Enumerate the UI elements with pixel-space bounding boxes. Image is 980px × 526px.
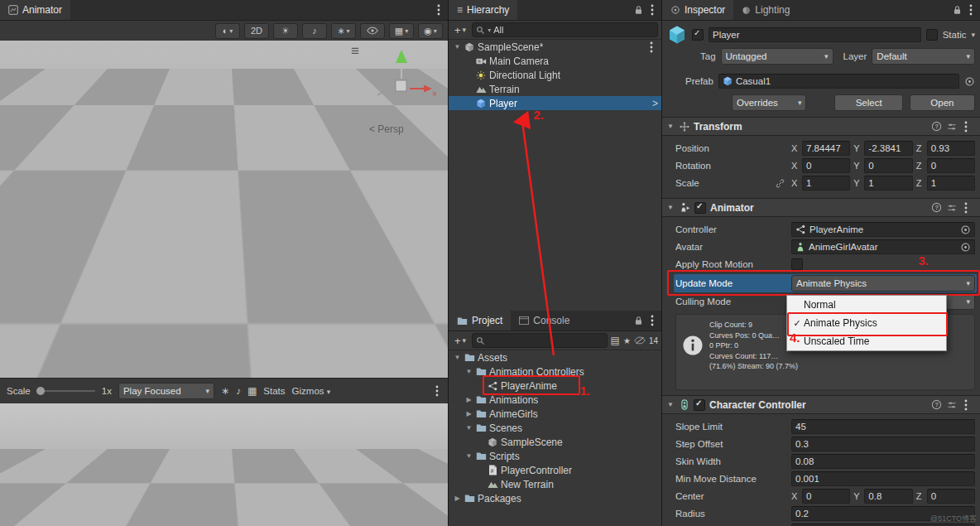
character-controller-header[interactable]: ▼ Character Controller ? xyxy=(662,395,980,414)
animator-enabled-checkbox[interactable] xyxy=(694,202,706,214)
effects-dropdown[interactable]: ∗▾ xyxy=(331,23,356,39)
foldout-icon[interactable]: ▼ xyxy=(667,204,675,211)
help-icon[interactable]: ? xyxy=(931,202,942,213)
static-checkbox[interactable] xyxy=(926,29,938,41)
help-icon[interactable]: ? xyxy=(931,121,942,132)
tree-item-animations[interactable]: ▶Animations xyxy=(449,393,661,407)
value-field[interactable]: 0.08 xyxy=(791,454,975,469)
project-kebab-icon[interactable] xyxy=(648,315,656,326)
scene-tab-kebab-icon[interactable] xyxy=(435,4,443,16)
tree-item-playercontroller[interactable]: #PlayerController xyxy=(449,463,661,477)
number-field-x[interactable]: 1 xyxy=(802,176,850,191)
lighting-toggle-button[interactable]: ☀ xyxy=(273,23,298,39)
prefab-open-button[interactable]: Open xyxy=(910,94,975,111)
tree-item-playeranime[interactable]: PlayerAnime xyxy=(449,379,661,393)
lock-icon[interactable] xyxy=(634,316,643,326)
number-field-z[interactable]: 0.93 xyxy=(927,141,975,156)
animator-header[interactable]: ▼ Animator ? xyxy=(662,198,980,217)
foldout-icon[interactable]: ▼ xyxy=(464,368,474,375)
tree-item-animegirls[interactable]: ▶AnimeGirls xyxy=(449,407,661,421)
vsync-grid-button[interactable]: ▦ xyxy=(247,385,257,397)
foldout-icon[interactable]: ▼ xyxy=(452,354,463,361)
gizmo-y-cone[interactable] xyxy=(396,50,407,63)
value-field[interactable]: 0.3 xyxy=(791,437,975,451)
component-kebab-icon[interactable] xyxy=(962,399,970,411)
render-mode-dropdown[interactable]: ◐▾ xyxy=(215,23,240,39)
value-field[interactable]: 45 xyxy=(791,419,975,434)
target-picker-icon[interactable] xyxy=(960,242,971,253)
mute-audio-button[interactable]: ♪ xyxy=(236,385,241,397)
scale-slider-knob[interactable] xyxy=(36,387,45,395)
number-field-x[interactable]: 0 xyxy=(802,158,850,173)
orientation-gizmo[interactable]: × xyxy=(363,47,439,113)
tree-item-animation-controllers[interactable]: ▼Animation Controllers xyxy=(449,364,661,379)
scale-slider[interactable] xyxy=(37,390,95,392)
help-icon[interactable]: ? xyxy=(931,399,942,410)
prefab-open-chevron-icon[interactable]: > xyxy=(652,98,658,109)
controller-object-field[interactable]: PlayerAnime xyxy=(791,222,975,237)
overlay-menu-icon[interactable]: ≡ xyxy=(351,44,359,58)
tree-item-scripts[interactable]: ▼Scripts xyxy=(449,449,661,463)
game-view-kebab-icon[interactable] xyxy=(433,385,441,397)
tab-console[interactable]: Console xyxy=(511,311,578,331)
prefab-object-field[interactable]: Casual1 xyxy=(718,74,959,89)
foldout-icon[interactable]: ▼ xyxy=(667,401,675,408)
static-caret-icon[interactable]: ▾ xyxy=(971,31,975,39)
foldout-icon[interactable]: ▶ xyxy=(464,410,474,417)
stats-button[interactable]: Stats xyxy=(263,386,285,396)
number-field-y[interactable]: 0.8 xyxy=(864,489,912,504)
gameobject-name-field[interactable]: Player xyxy=(709,27,921,42)
foldout-icon[interactable]: ▼ xyxy=(452,43,463,51)
value-field[interactable]: 0.001 xyxy=(791,471,975,486)
debug-button[interactable]: ∗ xyxy=(221,385,229,397)
scene-options-kebab-icon[interactable] xyxy=(645,41,658,53)
foldout-icon[interactable]: ▶ xyxy=(464,396,474,403)
tree-item-player[interactable]: Player> xyxy=(449,96,661,110)
lock-icon[interactable] xyxy=(634,5,643,15)
apply-root-motion-checkbox[interactable] xyxy=(791,258,803,270)
camera-settings-dropdown[interactable]: ◉▾ xyxy=(418,23,443,39)
play-focused-dropdown[interactable]: Play Focused▾ xyxy=(118,383,214,399)
create-object-button[interactable]: +▾ xyxy=(452,24,468,36)
gizmo-x-cone[interactable] xyxy=(424,85,432,93)
update-mode-dropdown[interactable]: Animate Physics▾ xyxy=(791,275,975,292)
scene-viewport[interactable]: ≡ × < Persp xyxy=(0,41,448,378)
tree-item-packages[interactable]: ▶Packages xyxy=(449,491,661,505)
prefab-overrides-dropdown[interactable]: Overrides▾ xyxy=(732,94,806,111)
foldout-icon[interactable]: ▼ xyxy=(464,424,474,432)
target-picker-icon[interactable] xyxy=(960,224,971,235)
preset-icon[interactable] xyxy=(947,400,957,410)
number-field-x[interactable]: 0 xyxy=(802,489,850,504)
player-character[interactable] xyxy=(41,186,166,302)
2d-toggle-button[interactable]: 2D xyxy=(244,23,269,39)
target-picker-icon[interactable] xyxy=(964,76,975,87)
tab-animator[interactable]: Animator xyxy=(0,0,70,20)
tree-item-samplescene[interactable]: SampleScene xyxy=(449,435,661,449)
game-viewport[interactable] xyxy=(0,403,448,526)
favorites-icon[interactable]: ★ xyxy=(623,336,631,345)
tree-item-samplescene[interactable]: ▼SampleScene* xyxy=(449,40,661,54)
transform-header[interactable]: ▼ Transform ? xyxy=(662,117,980,136)
number-field-y[interactable]: 1 xyxy=(864,176,912,191)
avatar-object-field[interactable]: AnimeGirlAvatar xyxy=(791,239,975,254)
number-field-y[interactable]: 0 xyxy=(864,158,912,173)
number-field-y[interactable]: -2.3841 xyxy=(864,141,912,156)
active-checkbox[interactable] xyxy=(692,29,704,41)
grid-dropdown[interactable]: ▦▾ xyxy=(389,23,414,39)
lock-icon[interactable] xyxy=(953,5,962,15)
tab-hierarchy[interactable]: ≡ Hierarchy xyxy=(449,0,517,20)
prefab-select-button[interactable]: Select xyxy=(834,94,902,111)
hierarchy-search-input[interactable]: ▾ All xyxy=(472,22,658,37)
hidden-count-eye-icon[interactable] xyxy=(634,336,646,345)
tag-dropdown[interactable]: Untagged▾ xyxy=(721,48,833,65)
foldout-icon[interactable]: ▼ xyxy=(667,123,675,130)
tab-lighting[interactable]: Lighting xyxy=(733,0,798,20)
create-asset-button[interactable]: +▾ xyxy=(452,335,468,347)
number-field-z[interactable]: 0 xyxy=(927,158,975,173)
tree-item-directional-light[interactable]: Directional Light xyxy=(449,68,661,82)
tree-item-main-camera[interactable]: Main Camera xyxy=(449,54,661,68)
cc-enabled-checkbox[interactable] xyxy=(694,399,705,411)
search-by-type-icon[interactable]: ▤ xyxy=(611,335,620,346)
persp-label[interactable]: < Persp xyxy=(369,123,404,135)
tree-item-assets[interactable]: ▼Assets xyxy=(449,350,661,364)
